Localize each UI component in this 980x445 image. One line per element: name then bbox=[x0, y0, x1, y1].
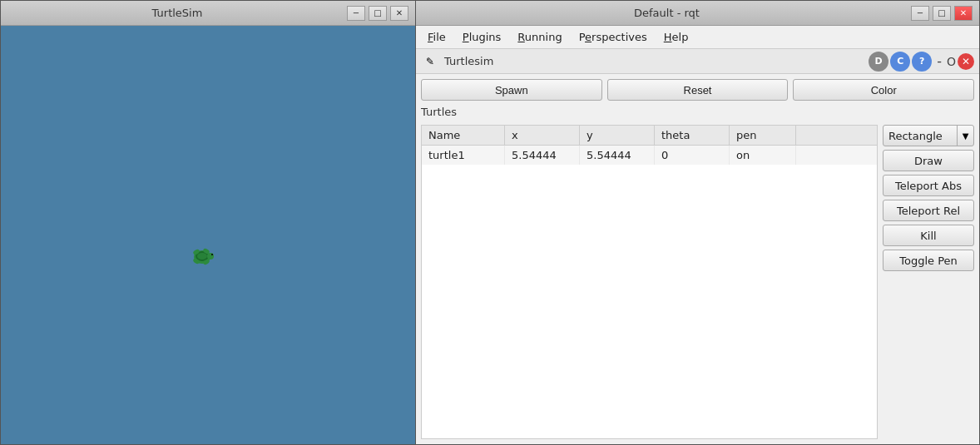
toolbar-o-icon: O bbox=[947, 55, 956, 68]
toolbar-d-icon[interactable]: D bbox=[869, 52, 888, 72]
cell-theta: 0 bbox=[655, 146, 730, 165]
col-header-name: Name bbox=[422, 126, 505, 145]
rqt-window: Default - rqt − □ ✕ File Plugins Running… bbox=[416, 0, 980, 445]
toolbar-separator: - bbox=[937, 53, 942, 69]
button-row: Spawn Reset Color bbox=[421, 79, 974, 101]
plugin-label: Turtlesim bbox=[444, 55, 493, 67]
menu-plugins[interactable]: Plugins bbox=[454, 27, 510, 47]
turtlesim-titlebar: TurtleSim − □ ✕ bbox=[1, 1, 415, 26]
menubar: File Plugins Running Perspectives Help bbox=[416, 26, 979, 49]
turtlesim-close-button[interactable]: ✕ bbox=[390, 6, 408, 21]
rectangle-dropdown-arrow: ▼ bbox=[957, 126, 973, 146]
cell-x: 5.54444 bbox=[505, 146, 580, 165]
col-header-x: x bbox=[505, 126, 580, 145]
draw-button[interactable]: Draw bbox=[883, 150, 974, 171]
col-header-theta: theta bbox=[655, 126, 730, 145]
toolbar-c-icon[interactable]: C bbox=[890, 52, 910, 72]
reset-button[interactable]: Reset bbox=[607, 79, 789, 101]
svg-point-2 bbox=[197, 253, 207, 260]
spawn-button[interactable]: Spawn bbox=[421, 79, 602, 101]
table-header: Name x y theta pen bbox=[422, 126, 877, 146]
rectangle-dropdown[interactable]: Rectangle ▼ bbox=[883, 125, 974, 146]
table-body: turtle1 5.54444 5.54444 0 on bbox=[422, 146, 877, 438]
rqt-title: Default - rqt bbox=[423, 7, 911, 19]
turtlesim-window: TurtleSim − □ ✕ bbox=[0, 0, 416, 445]
toolbar-help-icon[interactable]: ? bbox=[912, 52, 932, 72]
col-header-y: y bbox=[580, 126, 655, 145]
toolbar-close-icon[interactable]: ✕ bbox=[958, 53, 974, 70]
table-row[interactable]: turtle1 5.54444 5.54444 0 on bbox=[422, 146, 877, 165]
svg-point-8 bbox=[211, 254, 213, 255]
table-section: Name x y theta pen turtle1 5.54444 5.544… bbox=[421, 125, 878, 439]
turtles-label: Turtles bbox=[421, 106, 974, 118]
rqt-close-button[interactable]: ✕ bbox=[954, 6, 973, 21]
cell-pen: on bbox=[730, 146, 796, 165]
turtlesim-titlebar-controls: − □ ✕ bbox=[347, 6, 408, 21]
menu-running[interactable]: Running bbox=[509, 27, 570, 47]
plugin-edit-icon: ✎ bbox=[421, 52, 439, 71]
main-panel: Name x y theta pen turtle1 5.54444 5.544… bbox=[421, 125, 974, 439]
turtlesim-minimize-button[interactable]: − bbox=[347, 6, 365, 21]
rqt-content: Spawn Reset Color Turtles Name x y theta… bbox=[416, 74, 979, 444]
menu-help[interactable]: Help bbox=[656, 27, 697, 47]
rqt-titlebar: Default - rqt − □ ✕ bbox=[416, 1, 979, 26]
teleport-abs-button[interactable]: Teleport Abs bbox=[883, 175, 974, 196]
right-buttons: Rectangle ▼ Draw Teleport Abs Teleport R… bbox=[883, 125, 974, 439]
turtlesim-maximize-button[interactable]: □ bbox=[369, 6, 387, 21]
color-button[interactable]: Color bbox=[793, 79, 974, 101]
menu-perspectives[interactable]: Perspectives bbox=[571, 27, 656, 47]
cell-y: 5.54444 bbox=[580, 146, 655, 165]
rectangle-label: Rectangle bbox=[883, 130, 957, 142]
kill-button[interactable]: Kill bbox=[883, 225, 974, 246]
svg-point-3 bbox=[207, 253, 214, 260]
rqt-titlebar-controls: − □ ✕ bbox=[911, 6, 973, 21]
turtle-sprite bbox=[188, 242, 217, 271]
turtlesim-canvas bbox=[1, 26, 415, 444]
teleport-rel-button[interactable]: Teleport Rel bbox=[883, 200, 974, 221]
toggle-pen-button[interactable]: Toggle Pen bbox=[883, 250, 974, 271]
menu-file[interactable]: File bbox=[419, 27, 454, 47]
turtlesim-title: TurtleSim bbox=[7, 7, 347, 19]
toolbar-icons: D C ? - O ✕ bbox=[869, 52, 974, 72]
rqt-minimize-button[interactable]: − bbox=[911, 6, 929, 21]
rqt-maximize-button[interactable]: □ bbox=[933, 6, 951, 21]
plugin-toolbar: ✎ Turtlesim D C ? - O ✕ bbox=[416, 49, 979, 74]
cell-name: turtle1 bbox=[422, 146, 505, 165]
col-header-pen: pen bbox=[730, 126, 796, 145]
